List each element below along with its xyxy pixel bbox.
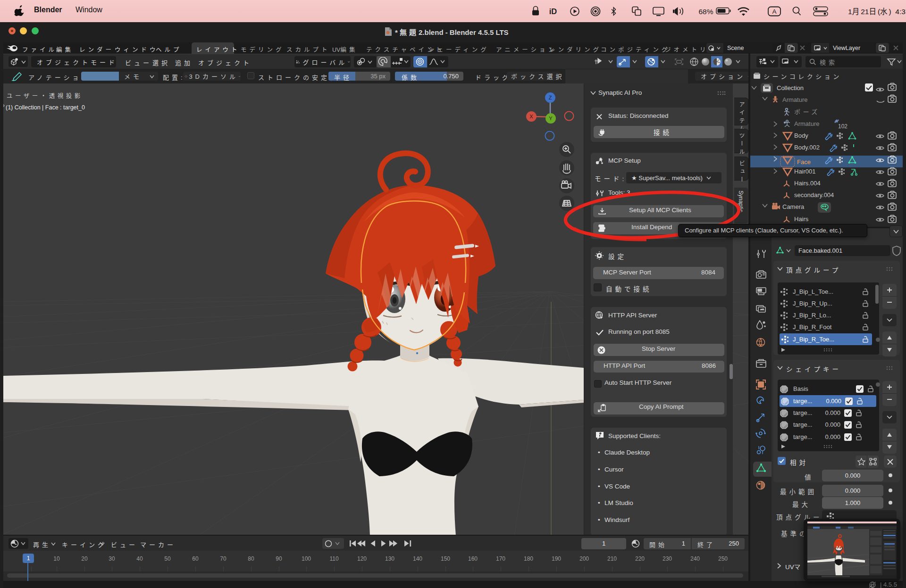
svg-text:Face: Face [797,158,811,166]
svg-text:ユーザー・透視投影: ユーザー・透視投影 [7,92,83,99]
svg-text:(1) Collection | Face : target: (1) Collection | Face : target_0 [6,104,85,111]
svg-text:Body.002: Body.002 [794,144,820,151]
svg-text:Armature: Armature [782,96,807,103]
svg-text:102: 102 [838,123,847,130]
svg-text:Armature: Armature [794,120,819,127]
svg-text:X: X [529,114,533,119]
svg-text:Collection: Collection [777,84,804,91]
svg-text:A: A [772,8,776,15]
svg-text:iD: iD [549,7,557,16]
svg-text:Body: Body [794,132,808,139]
svg-text:Hairs: Hairs [794,215,809,223]
svg-text:シーンコレクション: シーンコレクション [763,73,842,80]
svg-text:Camera: Camera [782,203,805,210]
svg-text:secondary.004: secondary.004 [794,191,834,199]
svg-text:Y: Y [549,116,553,121]
svg-text:Z: Z [549,95,552,100]
svg-text:68%: 68% [698,8,713,16]
svg-text:Hairs.004: Hairs.004 [794,180,821,187]
svg-text:ポーズ: ポーズ [794,108,820,116]
svg-text:Hair001: Hair001 [794,168,816,175]
